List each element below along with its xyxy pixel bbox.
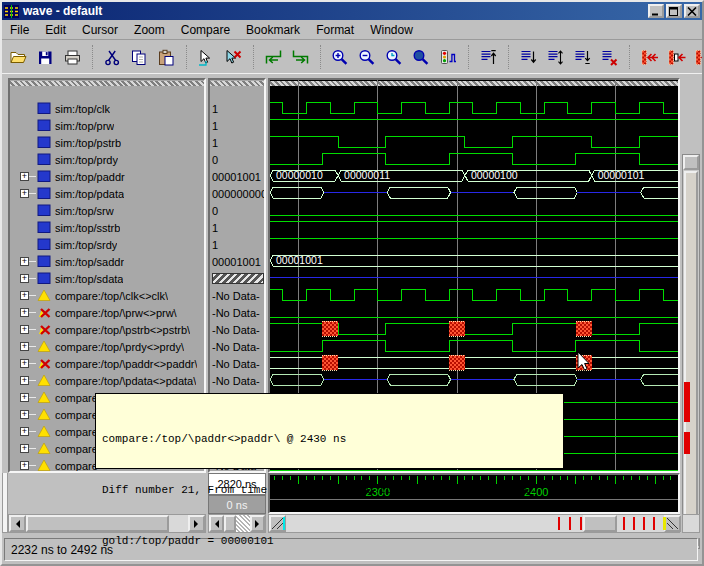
expand-toggle[interactable]: +	[20, 376, 29, 385]
toolbar-separator	[92, 45, 93, 69]
vertical-scrollbar[interactable]	[682, 154, 700, 549]
tree-dash	[29, 346, 36, 347]
expand-toggle[interactable]: +	[20, 410, 29, 419]
signal-row[interactable]: sim:/top/srdy	[10, 236, 204, 253]
tree-dash	[29, 465, 36, 466]
zoom-full-button[interactable]	[409, 44, 434, 70]
menu-window[interactable]: Window	[362, 21, 421, 39]
delete-cursor-button[interactable]	[221, 44, 246, 70]
toolbar-separator	[629, 45, 630, 69]
toolbar-separator	[186, 45, 187, 69]
signal-row[interactable]: sim:/top/prw	[10, 117, 204, 134]
tree-cell: +	[10, 189, 36, 198]
tree-cell: +	[10, 257, 36, 266]
scroll-up-button[interactable]	[683, 155, 699, 170]
expand-toggle[interactable]: +	[20, 359, 29, 368]
copy-button[interactable]	[127, 44, 152, 70]
zoom-out-button[interactable]	[355, 44, 380, 70]
signal-row[interactable]: sim:/top/sstrb	[10, 219, 204, 236]
signal-row[interactable]: sim:/top/pstrb	[10, 134, 204, 151]
cut-button[interactable]	[100, 44, 125, 70]
signal-row[interactable]: +sim:/top/paddr	[10, 168, 204, 185]
expand-toggle[interactable]: +	[20, 342, 29, 351]
signal-value: -No Data-	[210, 338, 264, 355]
signal-row[interactable]: sim:/top/prdy	[10, 151, 204, 168]
minimize-button[interactable]	[648, 4, 664, 18]
menu-cursor[interactable]: Cursor	[74, 21, 126, 39]
hscroll-left-button[interactable]	[9, 515, 26, 532]
expand-toggle[interactable]: +	[20, 444, 29, 453]
close-button[interactable]	[684, 4, 700, 18]
signal-row[interactable]: +compare:/top/\pdata<>pdata\	[10, 372, 204, 389]
menu-file[interactable]: File	[2, 21, 37, 39]
expand-toggle[interactable]: +	[20, 274, 29, 283]
signal-label: compare	[55, 426, 98, 438]
tree-cell: +	[10, 308, 36, 317]
menu-format[interactable]: Format	[308, 21, 362, 39]
expand-toggle[interactable]: +	[20, 189, 29, 198]
list-delete-button[interactable]	[597, 44, 622, 70]
signal-row[interactable]: sim:/top/clk	[10, 100, 204, 117]
add-cursor-button[interactable]	[194, 44, 219, 70]
stop-drawing-icon	[439, 48, 458, 67]
zoom-range-button[interactable]	[382, 44, 407, 70]
expand-toggle[interactable]: +	[20, 461, 29, 470]
signal-row[interactable]: +compare:/top/\prw<>prw\	[10, 304, 204, 321]
menu-edit[interactable]: Edit	[37, 21, 74, 39]
tree-cell: +	[10, 172, 36, 181]
prev-annotated-diff-button[interactable]	[664, 44, 689, 70]
expand-toggle[interactable]: +	[20, 257, 29, 266]
blue-square-icon	[37, 204, 51, 217]
expand-toggle[interactable]: +	[20, 172, 29, 181]
list-up-button[interactable]	[476, 44, 501, 70]
signal-row[interactable]: +compare:/top/\paddr<>paddr\	[10, 355, 204, 372]
save-button[interactable]	[33, 44, 58, 70]
title-bar[interactable]: wave - default	[2, 2, 702, 20]
arrow-left-icon	[12, 520, 20, 528]
toolbar-group	[2, 44, 89, 70]
signal-row[interactable]: sim:/top/srw	[10, 202, 204, 219]
signal-value: -No Data-	[210, 355, 264, 372]
paste-button[interactable]	[154, 44, 179, 70]
expand-toggle[interactable]: +	[20, 291, 29, 300]
tree-dash	[29, 261, 36, 262]
vscroll-thumb[interactable]	[684, 171, 698, 516]
signal-label: compare:/top/\pdata<>pdata\	[55, 375, 196, 387]
next-transition-button[interactable]	[288, 44, 313, 70]
menu-compare[interactable]: Compare	[173, 21, 238, 39]
menu-bookmark[interactable]: Bookmark	[238, 21, 308, 39]
menu-zoom[interactable]: Zoom	[126, 21, 173, 39]
diff-location-mark	[653, 517, 655, 530]
zoom-in-button[interactable]	[328, 44, 353, 70]
signal-row[interactable]: +sim:/top/saddr	[10, 253, 204, 270]
expand-toggle[interactable]: +	[20, 308, 29, 317]
expand-toggle[interactable]: +	[20, 393, 29, 402]
prev-transition-button[interactable]	[261, 44, 286, 70]
tree-cell: +	[10, 410, 36, 419]
compare-scroll-right-button[interactable]	[664, 515, 681, 532]
yellow-triangle-icon	[37, 459, 51, 471]
list-up-down-button[interactable]	[543, 44, 568, 70]
signal-row[interactable]: +compare:/top/\prdy<>prdy\	[10, 338, 204, 355]
signal-row[interactable]: +compare:/top/\pstrb<>pstrb\	[10, 321, 204, 338]
signal-row[interactable]: +sim:/top/sdata	[10, 270, 204, 287]
tree-dash	[29, 295, 36, 296]
open-button[interactable]	[6, 44, 31, 70]
compare-scroll-thumb[interactable]	[583, 515, 617, 532]
list-down-end-button[interactable]	[570, 44, 595, 70]
signal-row[interactable]: +compare:/top/\clk<>clk\	[10, 287, 204, 304]
expand-toggle[interactable]: +	[20, 427, 29, 436]
tree-dash	[29, 329, 36, 330]
maximize-button[interactable]	[666, 4, 682, 18]
first-diff-button[interactable]	[637, 44, 662, 70]
prev-diff-button[interactable]	[691, 44, 704, 70]
expand-toggle[interactable]: +	[20, 325, 29, 334]
signal-value: 1	[210, 219, 264, 236]
list-delete-icon	[600, 48, 619, 67]
toolbar-separator	[253, 45, 254, 69]
stop-drawing-button[interactable]	[436, 44, 461, 70]
signal-row[interactable]: +sim:/top/pdata	[10, 185, 204, 202]
list-down-button[interactable]	[516, 44, 541, 70]
print-button[interactable]	[60, 44, 85, 70]
window-title: wave - default	[23, 4, 646, 18]
